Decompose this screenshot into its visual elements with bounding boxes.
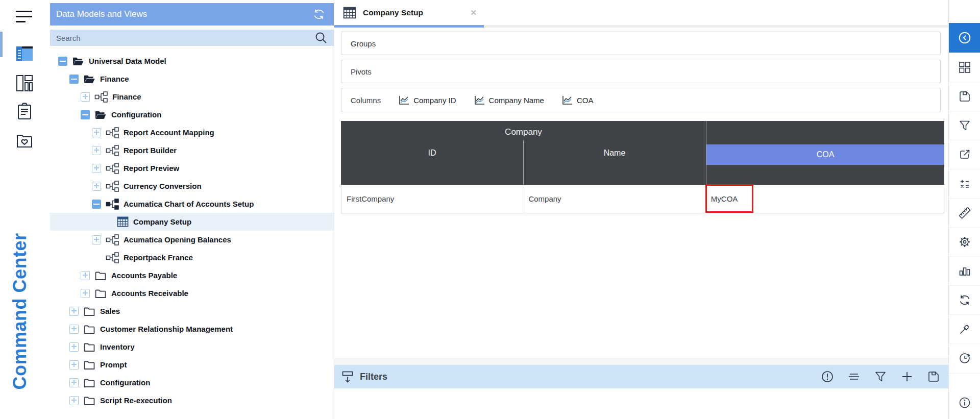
table-scroll-strip[interactable] (334, 358, 948, 365)
nav-layout-dashboard[interactable] (13, 72, 36, 94)
folder-closed-icon (83, 306, 95, 317)
save-filter-icon[interactable] (927, 370, 940, 383)
share-export-button[interactable] (949, 140, 980, 169)
filters-bar[interactable]: Filters (334, 365, 948, 388)
nav-data-models-panel[interactable] (13, 42, 36, 65)
folder-closed-icon (83, 377, 95, 388)
expand-toggle-icon[interactable] (69, 396, 79, 405)
calculator-button[interactable] (949, 169, 980, 198)
cell-company-name[interactable]: Company (523, 185, 705, 213)
data-model-icon (94, 91, 108, 103)
tree-item-finance-model[interactable]: Finance (50, 88, 334, 106)
tree-item-accounts-receivable[interactable]: Accounts Receivable (50, 284, 334, 302)
tree-item-sales[interactable]: Sales (50, 302, 334, 320)
tree-item-universal-data-model[interactable]: Universal Data Model (50, 52, 334, 70)
search-input[interactable] (56, 34, 314, 42)
search-icon[interactable] (314, 31, 328, 44)
filter-list-icon[interactable] (847, 370, 861, 383)
tree-item-prompt[interactable]: Prompt (50, 356, 334, 374)
data-model-icon (106, 181, 119, 192)
tree-item-finance-folder[interactable]: Finance (50, 70, 334, 88)
column-chip-coa[interactable]: COA (561, 94, 594, 106)
group-header-company: Company (341, 127, 706, 137)
expand-toggle-icon[interactable] (92, 235, 101, 244)
data-model-filled-icon (106, 199, 119, 210)
refresh-button[interactable] (949, 285, 980, 314)
tree-item-report-builder[interactable]: Report Builder (50, 141, 334, 159)
tree-item-configuration-folder[interactable]: Configuration (50, 106, 334, 124)
tree-item-company-setup[interactable]: Company Setup (50, 213, 334, 231)
eyedropper-button[interactable] (949, 314, 980, 343)
expand-toggle-icon[interactable] (92, 128, 101, 137)
add-filter-icon[interactable] (900, 370, 914, 383)
column-chip-company-id[interactable]: Company ID (398, 94, 456, 106)
expand-toggle-icon[interactable] (69, 325, 79, 334)
info-button[interactable] (949, 388, 980, 417)
tree-search-bar (50, 30, 334, 46)
column-header-id[interactable]: ID (341, 149, 523, 158)
tab-company-setup[interactable]: Company Setup ✕ (334, 0, 484, 25)
tree-item-currency-conversion[interactable]: Currency Conversion (50, 177, 334, 195)
tree-panel-header: Data Models and Views (50, 3, 334, 26)
expand-toggle-icon[interactable] (69, 360, 79, 369)
tree-item-acumatica-opening-balances[interactable]: Acumatica Opening Balances (50, 231, 334, 249)
expand-toggle-icon[interactable] (81, 92, 90, 102)
expand-toggle-icon[interactable] (92, 164, 101, 173)
tree-item-acumatica-chart-of-accounts-setup[interactable]: Acumatica Chart of Accounts Setup (50, 195, 334, 213)
command-center-brand: Command Center (9, 215, 32, 407)
hamburger-menu-icon[interactable] (16, 11, 32, 23)
tree-item-script-re-execution[interactable]: Script Re-execution (50, 391, 334, 409)
tab-bar: Company Setup ✕ (334, 0, 948, 25)
columns-drop-zone[interactable]: Columns Company ID Company Name COA (341, 88, 941, 112)
funnel-icon[interactable] (874, 370, 887, 383)
line-chart-icon (474, 94, 485, 106)
collapse-toggle-icon[interactable] (81, 110, 90, 119)
filter-button[interactable] (949, 111, 980, 140)
tree-item-report-account-mapping[interactable]: Report Account Mapping (50, 124, 334, 141)
tree-item-accounts-payable[interactable]: Accounts Payable (50, 266, 334, 284)
tree-item-inventory[interactable]: Inventory (50, 338, 334, 356)
expand-toggle-icon[interactable] (92, 182, 101, 191)
expand-toggle-icon[interactable] (69, 307, 79, 316)
nav-favorites-folder[interactable] (13, 130, 36, 152)
column-header-coa-highlighted[interactable]: COA (706, 144, 944, 165)
save-button[interactable] (949, 82, 980, 111)
expand-toggle-icon[interactable] (69, 342, 79, 352)
apps-grid-button[interactable] (949, 53, 980, 82)
nav-clipboard-tasks[interactable] (13, 100, 36, 122)
bar-chart-button[interactable] (949, 256, 980, 285)
collapse-toggle-icon[interactable] (92, 200, 101, 209)
expand-toggle-icon[interactable] (81, 289, 90, 298)
settings-button[interactable] (949, 227, 980, 256)
history-button[interactable] (949, 343, 980, 373)
right-toolbar (948, 0, 980, 419)
tree-item-customer-relationship-management[interactable]: Customer Relationship Management (50, 320, 334, 338)
alert-icon[interactable] (821, 370, 834, 383)
folder-open-icon (83, 73, 95, 85)
expand-toggle-icon[interactable] (69, 378, 79, 387)
data-model-icon (106, 252, 119, 263)
tree-item-reportpack-france[interactable]: Reportpack France (50, 249, 334, 266)
cell-company-id[interactable]: FirstCompany (341, 185, 523, 213)
expand-toggle-icon[interactable] (92, 146, 101, 155)
active-tab-underline (334, 25, 484, 28)
column-header-name[interactable]: Name (523, 149, 706, 158)
collapse-toggle-icon[interactable] (69, 75, 79, 84)
groups-drop-zone[interactable]: Groups (341, 32, 941, 55)
folder-closed-icon (83, 324, 95, 335)
folder-closed-icon (94, 288, 107, 299)
column-chip-company-name[interactable]: Company Name (474, 94, 544, 106)
refresh-tree-icon[interactable] (312, 8, 326, 21)
collapse-panel-button[interactable] (949, 23, 980, 53)
pivots-drop-zone[interactable]: Pivots (341, 60, 941, 83)
collapse-toggle-icon[interactable] (58, 57, 67, 66)
tree-item-configuration[interactable]: Configuration (50, 374, 334, 391)
cell-coa[interactable]: MyCOA (706, 185, 944, 213)
tree-item-report-preview[interactable]: Report Preview (50, 159, 334, 177)
ruler-button[interactable] (949, 198, 980, 227)
clipboard-icon (16, 103, 33, 120)
selected-cell-red-outline[interactable]: MyCOA (705, 184, 753, 213)
close-tab-icon[interactable]: ✕ (470, 8, 477, 17)
expand-toggle-icon[interactable] (81, 271, 90, 280)
folder-closed-icon (94, 270, 107, 281)
